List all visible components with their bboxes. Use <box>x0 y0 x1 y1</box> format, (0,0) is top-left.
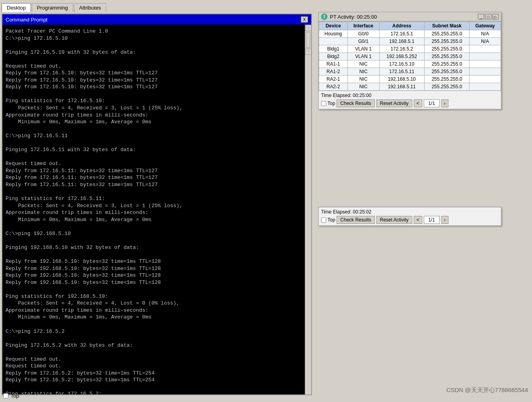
cell-interface: NIC <box>348 68 380 76</box>
cmd-window: Command Prompt X Packet Tracer PC Comman… <box>2 14 312 395</box>
cell-subnet: 255.255.255.0 <box>424 83 469 91</box>
cell-address: 192.168.5.1 <box>379 38 424 45</box>
tabs-bar: Desktop Programming Attributes <box>0 0 532 12</box>
check-results-btn-1[interactable]: Check Results <box>337 99 374 107</box>
cell-device: Bldg1 <box>319 45 348 53</box>
cell-address: 172.16.5.2 <box>379 45 424 53</box>
pt-maximize-btn-1[interactable]: □ <box>485 14 491 19</box>
nav-next-btn-1[interactable]: › <box>441 99 448 107</box>
col-header-interface: Interface <box>348 22 380 30</box>
cell-device: RA1-1 <box>319 60 348 68</box>
time-elapsed-1: Time Elapsed: 00:25:00 <box>321 93 499 98</box>
tab-desktop[interactable]: Desktop <box>2 3 31 12</box>
pt-activity-window-1: PT Activity: 00:25:00 _ □ ▷ Device Inter… <box>318 12 501 109</box>
cell-gateway <box>470 53 501 60</box>
cmd-scrollbar[interactable]: ▲ ▼ <box>305 25 311 394</box>
cmd-text: Packet Tracer PC Command Line 1.0 C:\>pi… <box>6 28 300 394</box>
tab-programming[interactable]: Programming <box>32 3 73 12</box>
cmd-close-button[interactable]: X <box>301 16 308 23</box>
cell-gateway <box>470 45 501 53</box>
pt-top-checkbox-2[interactable] <box>321 218 326 223</box>
cell-device: Housing <box>319 30 348 38</box>
pt-top-label-2: Top <box>327 217 335 223</box>
col-header-address: Address <box>379 22 424 30</box>
table-row: Bldg2VLAN 1192.168.5.252255.255.255.0 <box>319 53 501 60</box>
top-label-bottom: Top <box>11 393 19 399</box>
col-header-gateway: Gateway <box>470 22 501 30</box>
cmd-title: Command Prompt <box>6 17 47 23</box>
pt-controls-2: Top Check Results Reset Activity < 1/1 › <box>321 216 499 224</box>
cell-address: 172.16.5.10 <box>379 60 424 68</box>
cell-subnet: 255.255.255.0 <box>424 68 469 76</box>
pt-activity-window-2: Time Elapsed: 00:25:02 Top Check Results… <box>318 207 501 226</box>
cell-address: 192.168.5.252 <box>379 53 424 60</box>
cmd-body[interactable]: Packet Tracer PC Command Line 1.0 C:\>pi… <box>2 25 311 394</box>
nav-next-btn-2[interactable]: › <box>441 216 448 224</box>
cell-subnet: 255.255.255.0 <box>424 76 469 83</box>
svg-rect-2 <box>324 17 325 18</box>
cell-gateway: N/A <box>470 38 501 45</box>
cell-address: 192.168.5.11 <box>379 83 424 91</box>
cmd-scroll-up[interactable]: ▲ <box>305 25 311 31</box>
cell-device: RA1-2 <box>319 68 348 76</box>
cmd-scroll-thumb[interactable] <box>306 32 310 48</box>
table-row: RA1-2NIC172.16.5.11255.255.255.0 <box>319 68 501 76</box>
csdn-watermark: CSDN @天天开心7788665544 <box>446 386 528 394</box>
pt-footer-2: Time Elapsed: 00:25:02 Top Check Results… <box>319 207 501 225</box>
cell-interface: NIC <box>348 60 380 68</box>
pt-top-label-1: Top <box>327 101 335 106</box>
cell-subnet: 255.255.255.0 <box>424 30 469 38</box>
cell-device: Bldg2 <box>319 53 348 60</box>
network-table: Device Interface Address Subnet Mask Gat… <box>319 21 501 91</box>
svg-point-1 <box>324 15 325 16</box>
time-elapsed-2: Time Elapsed: 00:25:02 <box>321 209 499 215</box>
table-row: RA1-1NIC172.16.5.10255.255.255.0 <box>319 60 501 68</box>
page-display-2: 1/1 <box>424 216 440 224</box>
pt-top-checkbox-wrapper-1: Top <box>321 101 335 106</box>
reset-activity-btn-2[interactable]: Reset Activity <box>376 216 412 224</box>
cell-gateway <box>470 60 501 68</box>
cell-interface: NIC <box>348 83 380 91</box>
cell-interface: NIC <box>348 76 380 83</box>
cell-interface: VLAN 1 <box>348 53 380 60</box>
cell-device <box>319 38 348 45</box>
cmd-content: Packet Tracer PC Command Line 1.0 C:\>pi… <box>6 28 308 394</box>
cmd-scroll-down[interactable]: ▼ <box>305 49 311 55</box>
cell-subnet: 255.255.255.0 <box>424 38 469 45</box>
cmd-titlebar: Command Prompt X <box>2 14 311 25</box>
cell-address: 172.16.5.11 <box>379 68 424 76</box>
table-row: HousingG0/0172.16.5.1255.255.255.0N/A <box>319 30 501 38</box>
nav-prev-btn-2[interactable]: < <box>414 216 422 224</box>
cell-interface: G0/0 <box>348 30 380 38</box>
cell-device: RA2-1 <box>319 76 348 83</box>
cell-interface: G0/1 <box>348 38 380 45</box>
pt-title-text-1: PT Activity: 00:25:00 <box>330 14 377 20</box>
reset-activity-btn-1[interactable]: Reset Activity <box>376 99 412 107</box>
cell-gateway: N/A <box>470 30 501 38</box>
cell-gateway <box>470 83 501 91</box>
cell-subnet: 255.255.255.0 <box>424 45 469 53</box>
pt-icon-1 <box>321 14 327 20</box>
table-row: RA2-1NIC192.168.5.10255.255.255.0 <box>319 76 501 83</box>
cell-gateway <box>470 68 501 76</box>
table-row: G0/1192.168.5.1255.255.255.0N/A <box>319 38 501 45</box>
pt-top-checkbox-1[interactable] <box>321 101 326 106</box>
bottom-bar: Top <box>3 393 19 399</box>
pt-titlebar-1: PT Activity: 00:25:00 _ □ ▷ <box>319 12 501 21</box>
cell-gateway <box>470 76 501 83</box>
tab-attributes[interactable]: Attributes <box>74 3 106 12</box>
pt-title-left-1: PT Activity: 00:25:00 <box>321 14 377 20</box>
cell-subnet: 255.255.255.0 <box>424 60 469 68</box>
cell-device: RA2-2 <box>319 83 348 91</box>
col-header-subnet: Subnet Mask <box>424 22 469 30</box>
nav-prev-btn-1[interactable]: < <box>414 99 422 107</box>
pt-expand-btn-1[interactable]: ▷ <box>492 14 499 19</box>
right-panel: PT Activity: 00:25:00 _ □ ▷ Device Inter… <box>314 12 532 402</box>
cell-subnet: 255.255.255.0 <box>424 53 469 60</box>
pt-minimize-btn-1[interactable]: _ <box>478 14 484 19</box>
check-results-btn-2[interactable]: Check Results <box>337 216 374 224</box>
col-header-device: Device <box>319 22 348 30</box>
top-checkbox-bottom[interactable] <box>3 393 8 398</box>
cell-address: 172.16.5.1 <box>379 30 424 38</box>
cell-address: 192.168.5.10 <box>379 76 424 83</box>
